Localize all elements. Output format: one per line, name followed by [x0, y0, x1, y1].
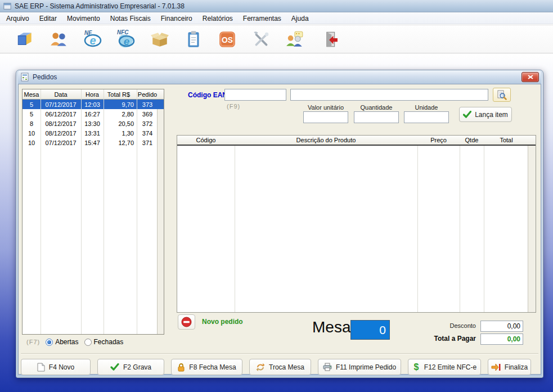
unit-label: Unidade [404, 104, 449, 111]
cell-data: 08/12/2017 [41, 120, 81, 127]
f4-novo-button[interactable]: F4 Novo [21, 359, 91, 375]
order-row[interactable]: 10 08/12/2017 13:31 1,30 374 [23, 128, 164, 138]
support-chat-icon[interactable] [285, 29, 305, 49]
cell-mesa: 10 [23, 139, 41, 146]
ean-input[interactable] [224, 89, 286, 101]
order-row[interactable]: 8 08/12/2017 13:30 20,50 372 [23, 119, 164, 128]
f11-imprime-pedido-button[interactable]: F11 Imprime Pedido [318, 359, 401, 375]
tools-icon[interactable] [251, 29, 271, 49]
items-scrollbar[interactable] [528, 136, 536, 312]
radio-abertas-label: Abertas [55, 338, 78, 346]
stop-minus-icon [181, 317, 192, 327]
cell-total: 2,80 [104, 111, 137, 118]
pedidos-window-icon [20, 73, 29, 82]
finaliza-button[interactable]: Finaliza [488, 359, 531, 375]
f12-emite-nfce-button[interactable]: $ F12 Emite NFC-e [408, 359, 481, 375]
cancel-order-button[interactable] [178, 314, 195, 330]
unit-price-input[interactable] [303, 111, 348, 123]
svg-text:$: $ [413, 362, 419, 372]
troca-mesa-button[interactable]: Troca Mesa [249, 359, 311, 375]
cell-hora: 15:47 [81, 139, 104, 146]
cell-pedido: 374 [137, 130, 158, 137]
menu-arquivo[interactable]: Arquivo [1, 13, 34, 24]
svg-text:NFC: NFC [117, 29, 129, 35]
nfce-icon[interactable]: NFC e [116, 29, 136, 49]
cell-pedido: 371 [137, 139, 158, 146]
close-icon[interactable] [521, 72, 539, 82]
radio-fechadas[interactable]: Fechadas [84, 338, 124, 346]
items-table[interactable]: Código Descrição do Produto Preço Qtde T… [177, 135, 536, 313]
cell-data: 06/12/2017 [41, 111, 81, 118]
finish-arrow-icon [491, 363, 501, 371]
f2-grava-button[interactable]: F2 Grava [97, 359, 164, 375]
search-icon [497, 90, 507, 100]
items-header: Código Descrição do Produto Preço Qtde T… [177, 136, 536, 146]
pedidos-window: Pedidos Mesa Data H [16, 70, 543, 378]
items-col-total: Total [484, 137, 529, 143]
menu-ferramentas[interactable]: Ferramentas [238, 13, 286, 24]
quantity-input[interactable] [354, 111, 399, 123]
discount-label: Desconto [412, 322, 476, 329]
exit-icon[interactable] [318, 29, 339, 49]
orders-list[interactable]: Mesa Data Hora Total R$ Pedido 5 07/12/2… [22, 89, 164, 335]
radio-fechadas-label: Fechadas [94, 338, 124, 346]
finaliza-label: Finaliza [505, 363, 528, 371]
menu-movimento[interactable]: Movimento [62, 13, 105, 24]
pedidos-client-area: Mesa Data Hora Total R$ Pedido 5 07/12/2… [18, 84, 541, 375]
ean-label: Código EAN [188, 91, 227, 99]
menu-ajuda[interactable]: Ajuda [286, 13, 314, 24]
clipboard-icon[interactable] [183, 29, 204, 49]
order-row[interactable]: 10 07/12/2017 15:47 12,70 371 [23, 138, 164, 147]
unit-price-label: Valor unitário [303, 104, 348, 111]
action-buttons: F4 Novo F2 Grava F8 Fecha Mesa [21, 359, 531, 375]
launch-item-label: Lança item [475, 111, 508, 119]
service-order-icon[interactable]: OS [217, 29, 237, 49]
cell-mesa: 8 [23, 120, 41, 127]
items-col-codigo: Código [177, 137, 235, 143]
cell-total: 1,30 [104, 130, 137, 137]
radio-abertas[interactable]: Abertas [46, 338, 78, 346]
module-cube-icon[interactable] [15, 29, 35, 49]
new-document-icon [37, 363, 45, 372]
cell-pedido: 373 [137, 101, 158, 108]
app-titlebar: SAE ERP - Sistema Administrativo Empresa… [0, 0, 553, 12]
svg-text:e: e [124, 35, 130, 47]
launch-item-button[interactable]: Lança item [459, 107, 512, 122]
order-row-selected[interactable]: 5 07/12/2017 12:03 9,70 373 [23, 100, 164, 109]
printer-icon [323, 363, 332, 371]
cell-mesa: 5 [23, 111, 41, 118]
menu-notas-fiscais[interactable]: Notas Fiscais [105, 13, 156, 24]
menu-financeiro[interactable]: Financeiro [156, 13, 197, 24]
menu-editar[interactable]: Editar [34, 13, 62, 24]
mdi-background: Pedidos Mesa Data H [0, 54, 553, 392]
pedidos-titlebar[interactable]: Pedidos [18, 70, 541, 84]
cell-data: 07/12/2017 [41, 139, 81, 146]
stock-box-icon[interactable] [150, 29, 170, 49]
search-product-button[interactable] [493, 88, 511, 102]
cell-data: 08/12/2017 [41, 130, 81, 137]
order-row[interactable]: 5 06/12/2017 16:27 2,80 369 [23, 109, 164, 119]
discount-input[interactable] [480, 321, 523, 332]
clients-icon[interactable] [48, 29, 69, 49]
f9-hint: (F9) [227, 103, 240, 110]
items-col-qtde: Qtde [460, 137, 484, 143]
radio-abertas-icon[interactable] [46, 339, 53, 346]
mesa-label: Mesa [312, 318, 350, 336]
unit-input[interactable] [404, 111, 449, 123]
cell-mesa: 10 [23, 130, 41, 137]
menu-relatorios[interactable]: Relatórios [197, 13, 238, 24]
check-icon [463, 111, 471, 118]
total-input[interactable] [480, 334, 523, 345]
f8-fecha-mesa-button[interactable]: F8 Fecha Mesa [171, 359, 242, 375]
nfe-icon[interactable]: NF e [82, 29, 102, 49]
f7-hint: (F7) [26, 339, 40, 345]
cell-total: 12,70 [104, 139, 137, 146]
orders-col-pedido: Pedido [137, 89, 158, 99]
cell-mesa: 5 [23, 101, 41, 108]
product-description-input[interactable] [290, 89, 488, 101]
radio-fechadas-icon[interactable] [84, 339, 92, 346]
mesa-input[interactable] [350, 320, 390, 340]
f4-novo-label: F4 Novo [49, 363, 74, 371]
orders-col-data: Data [41, 89, 81, 99]
pedidos-window-title: Pedidos [33, 73, 518, 81]
